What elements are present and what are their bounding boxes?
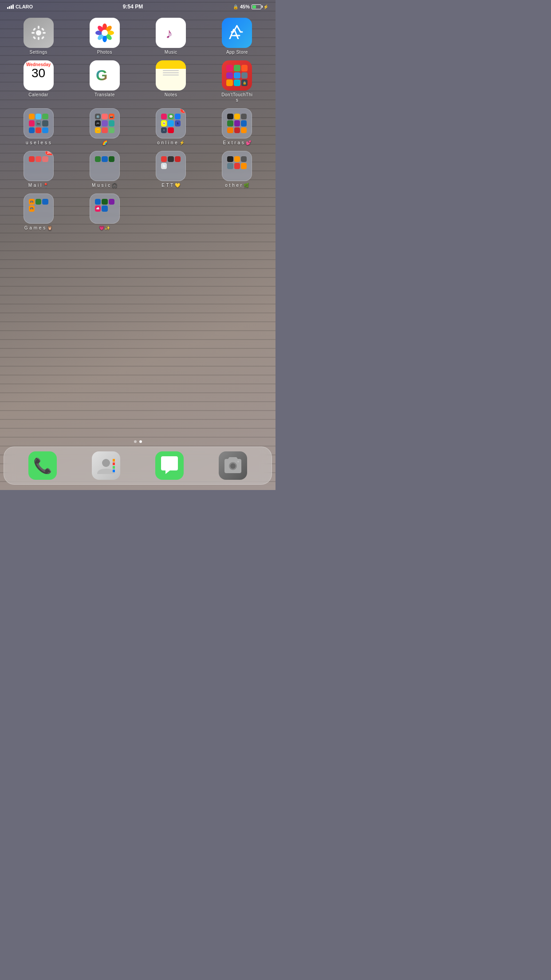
page-dot-2 <box>139 440 142 443</box>
notes-icon <box>156 60 186 91</box>
calendar-label: Calendar <box>28 92 48 98</box>
music2-label: M u s i c 🎧 <box>92 183 118 188</box>
photos-icon <box>90 18 120 48</box>
translate-icon: G <box>90 60 120 91</box>
app-row-4: 208 M a i l 📍 M u s i c 🎧 <box>7 149 268 190</box>
photos-app[interactable]: Photos <box>73 18 136 55</box>
svg-point-17 <box>102 30 108 36</box>
translate-label: Translate <box>94 92 115 98</box>
svg-rect-25 <box>113 470 115 472</box>
mail-label: M a i l 📍 <box>28 183 49 188</box>
signal-icon <box>7 4 14 9</box>
svg-rect-5 <box>32 28 36 31</box>
music2-folder-icon <box>90 151 120 181</box>
music-app[interactable]: ♪ Music <box>140 18 202 55</box>
messages-icon <box>155 451 184 480</box>
calendar-day-number: 30 <box>31 67 45 79</box>
battery-percent: 45% <box>240 4 250 9</box>
svg-text:G: G <box>96 67 107 83</box>
ett-folder-icon: 📄 <box>156 151 186 181</box>
calendar-app[interactable]: Wednesday 30 Calendar <box>7 60 70 103</box>
mail-folder-icon: 208 <box>24 151 54 181</box>
pinkheart-folder-icon: ☁️ <box>90 194 120 224</box>
app-row-3: 🎬 u s e l e s s ⚙️ 📷 <box>7 107 268 147</box>
donttouchthis-app[interactable]: 🔒 Don'tTouchThis <box>206 60 268 103</box>
appstore-icon: A <box>222 18 252 48</box>
mail-badge: 208 <box>45 151 53 155</box>
svg-rect-24 <box>113 466 115 469</box>
svg-point-21 <box>102 459 110 467</box>
battery-icon <box>252 4 261 9</box>
colorful-label: 🌈 <box>102 140 108 146</box>
status-right: 🔒 45% ⚡ <box>233 4 268 9</box>
phone-app[interactable]: 📞 <box>28 451 57 480</box>
games-folder[interactable]: 🎮 🎮 G a m e s 🦉 <box>7 194 70 231</box>
translate-app[interactable]: G Translate <box>73 60 136 103</box>
page-dot-1 <box>134 440 137 443</box>
extras-folder[interactable]: E x t r a s 💕 <box>206 108 268 146</box>
appstore-app[interactable]: A App Store <box>206 18 268 55</box>
dock: 📞 <box>4 447 272 485</box>
camera-app[interactable] <box>219 451 247 480</box>
donttouchthis-icon: 🔒 <box>222 60 252 91</box>
music2-folder[interactable]: M u s i c 🎧 <box>73 151 136 188</box>
ett-label: E T T 💛 <box>161 183 180 188</box>
appstore-label: App Store <box>226 50 248 55</box>
svg-rect-6 <box>41 36 44 40</box>
camera-icon <box>219 451 247 480</box>
extras-label: E x t r a s 💕 <box>223 140 252 146</box>
carrier-label: CLARO <box>16 4 33 9</box>
svg-rect-1 <box>38 26 39 29</box>
svg-rect-8 <box>32 36 36 40</box>
colorful-folder-icon: ⚙️ 📷 🎮 😊 <box>90 108 120 138</box>
svg-point-27 <box>230 463 236 469</box>
app-row-5: 🎮 🎮 G a m e s 🦉 ☁️ <box>7 192 268 233</box>
messages-app[interactable] <box>155 451 184 480</box>
calendar-icon: Wednesday 30 <box>24 60 54 91</box>
page-dots <box>7 437 268 447</box>
battery-fill <box>252 5 256 8</box>
colorful-folder[interactable]: ⚙️ 📷 🎮 😊 🌈 <box>73 108 136 146</box>
svg-rect-2 <box>38 37 39 40</box>
svg-rect-22 <box>113 459 115 462</box>
donttouchthis-label: Don'tTouchThis <box>221 92 253 103</box>
games-label: G a m e s 🦉 <box>24 225 53 231</box>
contacts-icon <box>92 451 120 480</box>
settings-app[interactable]: Settings <box>7 18 70 55</box>
status-bar: CLARO 9:54 PM 🔒 45% ⚡ <box>0 0 276 12</box>
pinkheart-folder[interactable]: ☁️ 💗✨ <box>73 194 136 231</box>
other-folder[interactable]: o t h e r 🌿 <box>206 151 268 188</box>
other-folder-icon <box>222 151 252 181</box>
svg-point-0 <box>36 30 41 36</box>
online-folder-icon: 💬 👻 S t 7 <box>156 108 186 138</box>
music-icon: ♪ <box>156 18 186 48</box>
games-folder-icon: 🎮 🎮 <box>24 194 54 224</box>
svg-point-28 <box>237 461 239 462</box>
online-folder[interactable]: 💬 👻 S t 7 o n l i n e ⚡ <box>140 108 202 146</box>
svg-rect-7 <box>41 28 44 31</box>
music-label: Music <box>165 50 177 55</box>
charging-icon: ⚡ <box>263 4 268 9</box>
home-content: Settings <box>0 12 276 447</box>
svg-rect-4 <box>43 32 46 34</box>
settings-label: Settings <box>30 50 47 55</box>
svg-text:♪: ♪ <box>165 25 173 41</box>
time-label: 9:54 PM <box>123 4 143 10</box>
online-badge: 7 <box>180 108 186 113</box>
notes-app[interactable]: Notes <box>140 60 202 103</box>
phone-icon: 📞 <box>28 451 57 480</box>
ett-folder[interactable]: 📄 E T T 💛 <box>140 151 202 188</box>
app-row-1: Settings <box>7 16 268 57</box>
useless-folder[interactable]: 🎬 u s e l e s s <box>7 108 70 146</box>
mail-folder[interactable]: 208 M a i l 📍 <box>7 151 70 188</box>
notes-label: Notes <box>165 92 177 98</box>
svg-rect-23 <box>113 462 115 465</box>
lock-icon: 🔒 <box>233 4 238 9</box>
photos-label: Photos <box>97 50 112 55</box>
app-row-2: Wednesday 30 Calendar <box>7 59 268 105</box>
useless-folder-icon: 🎬 <box>24 108 54 138</box>
extras-folder-icon <box>222 108 252 138</box>
contacts-app[interactable] <box>92 451 120 480</box>
other-label: o t h e r 🌿 <box>225 183 249 188</box>
pinkheart-label: 💗✨ <box>99 225 110 231</box>
